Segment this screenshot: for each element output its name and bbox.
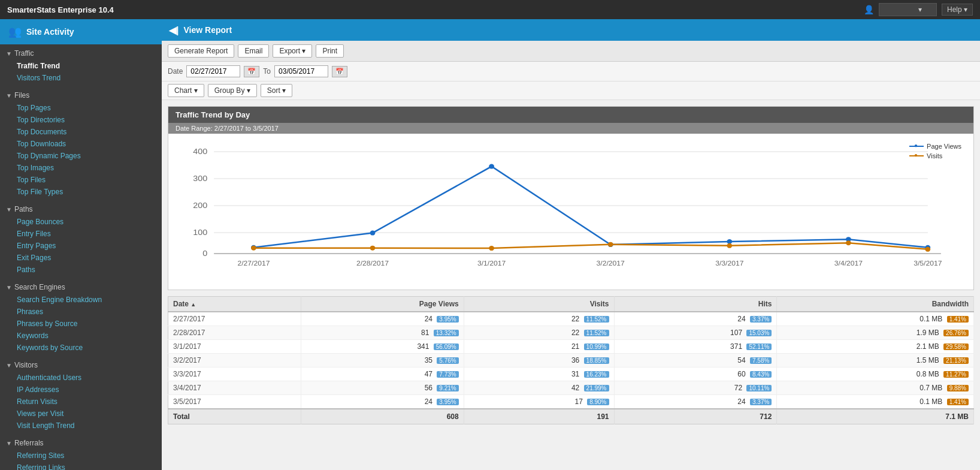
sidebar-section-label-traffic: Traffic	[14, 49, 34, 58]
toggle-search-engines: ▼	[6, 284, 12, 291]
sidebar-item-entry-pages[interactable]: Entry Pages	[0, 240, 162, 252]
cell-hits: 72 10.11%	[614, 381, 777, 395]
sidebar-section-header-referrals[interactable]: ▼ Referrals	[0, 436, 162, 450]
sidebar-item-top-downloads[interactable]: Top Downloads	[0, 138, 162, 150]
sidebar-item-search-engine-breakdown[interactable]: Search Engine Breakdown	[0, 294, 162, 306]
cell-bandwidth: 0.7 MB 9.88%	[777, 381, 974, 395]
sidebar-section-traffic: ▼ Traffic Traffic Trend Visitors Trend	[0, 44, 162, 86]
cell-bandwidth: 0.1 MB 1.41%	[777, 312, 974, 326]
sidebar: 👥 Site Activity ▼ Traffic Traffic Trend …	[0, 19, 162, 470]
sidebar-item-top-directories[interactable]: Top Directories	[0, 114, 162, 126]
toolbar: Generate Report Email Export Print	[162, 41, 980, 62]
sidebar-item-top-dynamic-pages[interactable]: Top Dynamic Pages	[0, 150, 162, 162]
footer-hits: 712	[614, 409, 777, 424]
cell-hits: 371 52.11%	[614, 340, 777, 354]
legend-page-views: Page Views	[909, 143, 961, 150]
sidebar-section-header-visitors[interactable]: ▼ Visitors	[0, 358, 162, 372]
sidebar-item-visitors-trend[interactable]: Visitors Trend	[0, 72, 162, 84]
sidebar-item-authenticated-users[interactable]: Authenticated Users	[0, 372, 162, 384]
sidebar-item-return-visits[interactable]: Return Visits	[0, 396, 162, 408]
cell-visits: 22 11.52%	[464, 326, 614, 340]
sidebar-section-paths: ▼ Paths Page Bounces Entry Files Entry P…	[0, 200, 162, 278]
sort-button[interactable]: Sort	[261, 84, 292, 97]
cell-hits: 60 8.43%	[614, 367, 777, 381]
user-dropdown[interactable]: ▾	[879, 3, 937, 16]
sidebar-item-exit-pages[interactable]: Exit Pages	[0, 252, 162, 264]
sidebar-item-paths[interactable]: Paths	[0, 264, 162, 276]
generate-report-button[interactable]: Generate Report	[168, 44, 234, 58]
sidebar-item-ip-addresses[interactable]: IP Addresses	[0, 384, 162, 396]
export-button[interactable]: Export	[273, 44, 312, 58]
chart-card: Traffic Trend by Day Date Range: 2/27/20…	[168, 106, 974, 290]
sidebar-item-keywords[interactable]: Keywords	[0, 330, 162, 342]
sidebar-section-header-traffic[interactable]: ▼ Traffic	[0, 47, 162, 60]
svg-text:3/5/2017: 3/5/2017	[914, 260, 942, 267]
svg-point-31	[925, 247, 930, 252]
sidebar-item-views-per-visit[interactable]: Views per Visit	[0, 408, 162, 420]
cell-page-views: 81 13.32%	[301, 326, 464, 340]
col-page-views[interactable]: Page Views	[301, 297, 464, 312]
cell-visits: 17 8.90%	[464, 395, 614, 409]
table-body: 2/27/2017 24 3.95% 22 11.52% 24 3.37% 0.…	[168, 312, 974, 409]
footer-visits: 191	[464, 409, 614, 424]
sidebar-item-phrases-by-source[interactable]: Phrases by Source	[0, 318, 162, 330]
sidebar-item-top-documents[interactable]: Top Documents	[0, 126, 162, 138]
topbar-right: 👤 ▾ Help ▾	[864, 3, 973, 16]
sidebar-item-top-file-types[interactable]: Top File Types	[0, 186, 162, 198]
svg-text:3/2/2017: 3/2/2017	[597, 260, 625, 267]
cell-page-views: 56 9.21%	[301, 381, 464, 395]
cell-visits: 42 21.99%	[464, 381, 614, 395]
svg-point-25	[251, 246, 256, 251]
sidebar-item-phrases[interactable]: Phrases	[0, 306, 162, 318]
layout: 👥 Site Activity ▼ Traffic Traffic Trend …	[0, 19, 980, 470]
to-date-picker-button[interactable]: 📅	[332, 66, 347, 77]
svg-text:2/27/2017: 2/27/2017	[237, 260, 270, 267]
sidebar-sections: ▼ Traffic Traffic Trend Visitors Trend ▼…	[0, 44, 162, 470]
sidebar-section-header-files[interactable]: ▼ Files	[0, 89, 162, 102]
sidebar-section-header-paths[interactable]: ▼ Paths	[0, 203, 162, 216]
email-button[interactable]: Email	[238, 44, 269, 58]
cell-bandwidth: 0.8 MB 11.27%	[777, 367, 974, 381]
toggle-files: ▼	[6, 92, 12, 99]
sidebar-section-header-search-engines[interactable]: ▼ Search Engines	[0, 281, 162, 294]
users-icon: 👥	[8, 25, 22, 38]
sidebar-item-traffic-trend[interactable]: Traffic Trend	[0, 60, 162, 72]
table-row: 3/3/2017 47 7.73% 31 16.23% 60 8.43% 0.8…	[168, 367, 974, 381]
from-date-picker-button[interactable]: 📅	[244, 66, 259, 77]
sidebar-section-search-engines: ▼ Search Engines Search Engine Breakdown…	[0, 278, 162, 356]
table-row: 3/2/2017 35 5.76% 36 18.85% 54 7.58% 1.5…	[168, 354, 974, 367]
sidebar-item-keywords-by-source[interactable]: Keywords by Source	[0, 342, 162, 354]
sidebar-item-referring-sites[interactable]: Referring Sites	[0, 450, 162, 462]
sidebar-item-top-files[interactable]: Top Files	[0, 174, 162, 186]
sidebar-item-entry-files[interactable]: Entry Files	[0, 228, 162, 240]
date-label: Date	[168, 67, 183, 76]
chart-button[interactable]: Chart	[168, 84, 204, 97]
svg-text:100: 100	[193, 228, 207, 237]
sidebar-item-referring-links[interactable]: Referring Links	[0, 462, 162, 470]
help-button[interactable]: Help ▾	[942, 4, 973, 16]
col-hits[interactable]: Hits	[614, 297, 777, 312]
sidebar-item-top-images[interactable]: Top Images	[0, 162, 162, 174]
toggle-visitors: ▼	[6, 362, 12, 369]
col-date[interactable]: Date	[168, 297, 301, 312]
chart-date-range: Date Range: 2/27/2017 to 3/5/2017	[168, 123, 973, 134]
sidebar-item-page-bounces[interactable]: Page Bounces	[0, 216, 162, 228]
group-by-button[interactable]: Group By	[208, 84, 257, 97]
table-row: 3/5/2017 24 3.95% 17 8.90% 24 3.37% 0.1 …	[168, 395, 974, 409]
back-icon[interactable]: ◀|	[169, 25, 179, 36]
from-date-input[interactable]	[186, 65, 240, 77]
legend-visits-label: Visits	[927, 152, 942, 159]
chart-title-bar: Traffic Trend by Day	[168, 107, 973, 123]
print-button[interactable]: Print	[316, 44, 344, 58]
cell-bandwidth: 1.9 MB 26.76%	[777, 326, 974, 340]
svg-text:0: 0	[202, 249, 207, 258]
sidebar-item-visit-length-trend[interactable]: Visit Length Trend	[0, 420, 162, 432]
cell-hits: 107 15.03%	[614, 326, 777, 340]
footer-bandwidth: 7.1 MB	[777, 409, 974, 424]
legend-page-views-label: Page Views	[927, 143, 961, 150]
col-visits[interactable]: Visits	[464, 297, 614, 312]
col-bandwidth[interactable]: Bandwidth	[777, 297, 974, 312]
sidebar-item-top-pages[interactable]: Top Pages	[0, 102, 162, 114]
to-date-input[interactable]	[274, 65, 328, 77]
svg-text:3/3/2017: 3/3/2017	[715, 260, 743, 267]
